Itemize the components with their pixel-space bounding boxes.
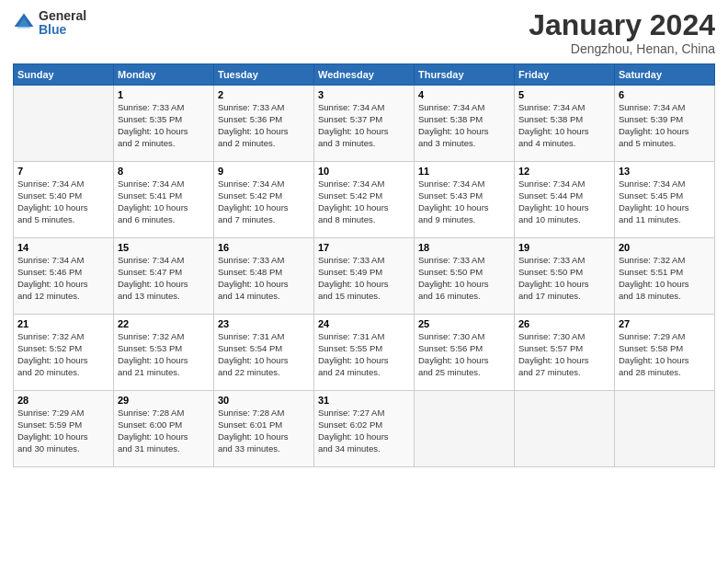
calendar-cell: 10Sunrise: 7:34 AMSunset: 5:42 PMDayligh… — [314, 162, 415, 238]
day-number: 1 — [118, 89, 210, 100]
day-info: Sunrise: 7:34 AMSunset: 5:44 PMDaylight:… — [518, 178, 610, 225]
day-info: Sunrise: 7:30 AMSunset: 5:56 PMDaylight:… — [418, 331, 510, 378]
calendar-week-row: 7Sunrise: 7:34 AMSunset: 5:40 PMDaylight… — [14, 162, 715, 238]
calendar-cell: 18Sunrise: 7:33 AMSunset: 5:50 PMDayligh… — [415, 238, 515, 315]
calendar-cell: 3Sunrise: 7:34 AMSunset: 5:37 PMDaylight… — [314, 86, 415, 162]
calendar-cell: 31Sunrise: 7:27 AMSunset: 6:02 PMDayligh… — [314, 391, 415, 467]
page-container: General Blue January 2024 Dengzhou, Hena… — [0, 0, 728, 563]
weekday-header: Thursday — [415, 64, 515, 86]
weekday-header: Saturday — [615, 64, 715, 86]
logo-general: General — [39, 9, 86, 23]
day-number: 9 — [218, 166, 310, 177]
calendar-cell: 5Sunrise: 7:34 AMSunset: 5:38 PMDaylight… — [515, 86, 615, 162]
logo-text: General Blue — [39, 9, 86, 38]
day-info: Sunrise: 7:34 AMSunset: 5:37 PMDaylight:… — [318, 102, 410, 149]
day-number: 18 — [418, 242, 510, 253]
day-number: 20 — [619, 242, 711, 253]
day-info: Sunrise: 7:34 AMSunset: 5:42 PMDaylight:… — [218, 178, 310, 225]
page-header: General Blue January 2024 Dengzhou, Hena… — [13, 9, 715, 56]
day-info: Sunrise: 7:34 AMSunset: 5:43 PMDaylight:… — [418, 178, 510, 225]
calendar-cell: 22Sunrise: 7:32 AMSunset: 5:53 PMDayligh… — [114, 315, 214, 391]
day-number: 12 — [518, 166, 610, 177]
day-number: 7 — [17, 166, 109, 177]
calendar-cell: 11Sunrise: 7:34 AMSunset: 5:43 PMDayligh… — [415, 162, 515, 238]
day-number: 27 — [619, 318, 711, 329]
day-info: Sunrise: 7:34 AMSunset: 5:42 PMDaylight:… — [318, 178, 410, 225]
calendar-cell: 14Sunrise: 7:34 AMSunset: 5:46 PMDayligh… — [14, 238, 114, 315]
day-number: 29 — [118, 395, 210, 406]
day-number: 10 — [318, 166, 410, 177]
day-info: Sunrise: 7:33 AMSunset: 5:48 PMDaylight:… — [218, 255, 310, 302]
day-number: 17 — [318, 242, 410, 253]
day-info: Sunrise: 7:28 AMSunset: 6:00 PMDaylight:… — [118, 408, 210, 454]
weekday-header: Wednesday — [314, 64, 415, 86]
day-number: 25 — [418, 318, 510, 329]
day-number: 19 — [518, 242, 610, 253]
day-info: Sunrise: 7:34 AMSunset: 5:47 PMDaylight:… — [118, 255, 210, 302]
calendar-cell: 29Sunrise: 7:28 AMSunset: 6:00 PMDayligh… — [114, 391, 214, 467]
day-number: 2 — [218, 89, 310, 100]
day-info: Sunrise: 7:32 AMSunset: 5:53 PMDaylight:… — [118, 331, 210, 378]
day-info: Sunrise: 7:32 AMSunset: 5:51 PMDaylight:… — [619, 255, 711, 302]
day-info: Sunrise: 7:29 AMSunset: 5:59 PMDaylight:… — [17, 408, 109, 454]
day-info: Sunrise: 7:31 AMSunset: 5:54 PMDaylight:… — [218, 331, 310, 378]
logo-blue: Blue — [39, 23, 86, 37]
day-info: Sunrise: 7:34 AMSunset: 5:41 PMDaylight:… — [118, 178, 210, 225]
day-number: 28 — [17, 395, 109, 406]
calendar-week-row: 21Sunrise: 7:32 AMSunset: 5:52 PMDayligh… — [14, 315, 715, 391]
day-info: Sunrise: 7:34 AMSunset: 5:38 PMDaylight:… — [418, 102, 510, 149]
calendar-cell: 25Sunrise: 7:30 AMSunset: 5:56 PMDayligh… — [415, 315, 515, 391]
calendar-cell: 6Sunrise: 7:34 AMSunset: 5:39 PMDaylight… — [615, 86, 715, 162]
calendar-cell: 21Sunrise: 7:32 AMSunset: 5:52 PMDayligh… — [14, 315, 114, 391]
calendar-cell: 15Sunrise: 7:34 AMSunset: 5:47 PMDayligh… — [114, 238, 214, 315]
day-number: 30 — [218, 395, 310, 406]
day-number: 22 — [118, 318, 210, 329]
day-number: 26 — [518, 318, 610, 329]
day-number: 4 — [418, 89, 510, 100]
day-number: 21 — [17, 318, 109, 329]
day-number: 15 — [118, 242, 210, 253]
day-number: 23 — [218, 318, 310, 329]
day-number: 24 — [318, 318, 410, 329]
calendar-week-row: 1Sunrise: 7:33 AMSunset: 5:35 PMDaylight… — [14, 86, 715, 162]
calendar-cell — [515, 391, 615, 467]
day-info: Sunrise: 7:29 AMSunset: 5:58 PMDaylight:… — [619, 331, 711, 378]
day-info: Sunrise: 7:28 AMSunset: 6:01 PMDaylight:… — [218, 408, 310, 454]
calendar-week-row: 28Sunrise: 7:29 AMSunset: 5:59 PMDayligh… — [14, 391, 715, 467]
day-info: Sunrise: 7:34 AMSunset: 5:46 PMDaylight:… — [17, 255, 109, 302]
day-number: 13 — [619, 166, 711, 177]
weekday-header: Friday — [515, 64, 615, 86]
day-info: Sunrise: 7:33 AMSunset: 5:49 PMDaylight:… — [318, 255, 410, 302]
day-info: Sunrise: 7:34 AMSunset: 5:39 PMDaylight:… — [619, 102, 711, 149]
weekday-header: Sunday — [14, 64, 114, 86]
calendar-cell: 27Sunrise: 7:29 AMSunset: 5:58 PMDayligh… — [615, 315, 715, 391]
calendar-cell: 8Sunrise: 7:34 AMSunset: 5:41 PMDaylight… — [114, 162, 214, 238]
calendar-cell: 12Sunrise: 7:34 AMSunset: 5:44 PMDayligh… — [515, 162, 615, 238]
calendar-cell — [415, 391, 515, 467]
day-info: Sunrise: 7:27 AMSunset: 6:02 PMDaylight:… — [318, 408, 410, 454]
day-number: 8 — [118, 166, 210, 177]
calendar-cell — [615, 391, 715, 467]
day-number: 14 — [17, 242, 109, 253]
day-info: Sunrise: 7:33 AMSunset: 5:50 PMDaylight:… — [518, 255, 610, 302]
day-info: Sunrise: 7:30 AMSunset: 5:57 PMDaylight:… — [518, 331, 610, 378]
day-info: Sunrise: 7:33 AMSunset: 5:35 PMDaylight:… — [118, 102, 210, 149]
calendar-cell — [14, 86, 114, 162]
day-info: Sunrise: 7:34 AMSunset: 5:38 PMDaylight:… — [518, 102, 610, 149]
calendar-header: SundayMondayTuesdayWednesdayThursdayFrid… — [14, 64, 715, 86]
day-number: 16 — [218, 242, 310, 253]
calendar-body: 1Sunrise: 7:33 AMSunset: 5:35 PMDaylight… — [14, 86, 715, 467]
weekday-row: SundayMondayTuesdayWednesdayThursdayFrid… — [14, 64, 715, 86]
calendar-cell: 16Sunrise: 7:33 AMSunset: 5:48 PMDayligh… — [214, 238, 314, 315]
calendar-cell: 7Sunrise: 7:34 AMSunset: 5:40 PMDaylight… — [14, 162, 114, 238]
title-block: January 2024 Dengzhou, Henan, China — [529, 9, 715, 56]
calendar-table: SundayMondayTuesdayWednesdayThursdayFrid… — [13, 63, 715, 467]
day-number: 5 — [518, 89, 610, 100]
calendar-cell: 1Sunrise: 7:33 AMSunset: 5:35 PMDaylight… — [114, 86, 214, 162]
location: Dengzhou, Henan, China — [529, 41, 715, 56]
calendar-cell: 26Sunrise: 7:30 AMSunset: 5:57 PMDayligh… — [515, 315, 615, 391]
calendar-cell: 19Sunrise: 7:33 AMSunset: 5:50 PMDayligh… — [515, 238, 615, 315]
day-number: 6 — [619, 89, 711, 100]
calendar-week-row: 14Sunrise: 7:34 AMSunset: 5:46 PMDayligh… — [14, 238, 715, 315]
day-number: 31 — [318, 395, 410, 406]
